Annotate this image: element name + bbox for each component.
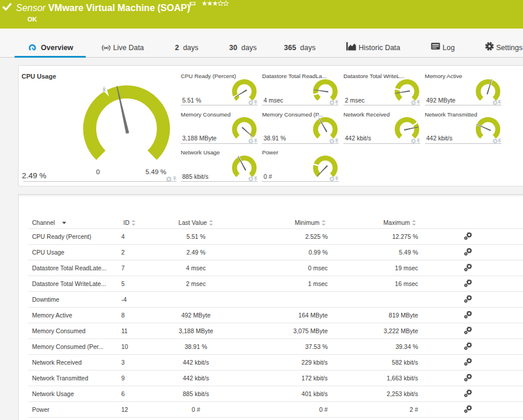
svg-text:x̄: x̄ <box>103 86 106 93</box>
